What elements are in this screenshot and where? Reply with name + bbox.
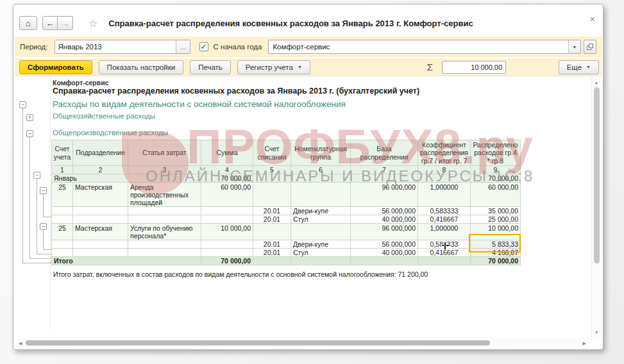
generate-button[interactable]: Сформировать xyxy=(19,60,92,74)
selected-cell[interactable]: 4 166,67 xyxy=(471,249,521,257)
table-cell[interactable]: 25 000,00 xyxy=(471,215,521,224)
table-cell[interactable] xyxy=(73,207,128,215)
table-cell[interactable]: 20.01 xyxy=(253,249,291,257)
selected-cell[interactable]: 5 833,33 xyxy=(471,240,521,249)
table-cell[interactable]: 25 xyxy=(52,183,73,207)
table-cell[interactable]: 0,416667 xyxy=(418,215,471,224)
table-cell[interactable] xyxy=(201,240,253,249)
table-cell[interactable] xyxy=(73,249,128,257)
table-cell[interactable]: 56 000,000 xyxy=(351,240,418,249)
vertical-scrollbar[interactable]: ▲ ▼ xyxy=(591,78,601,337)
table-cell[interactable]: 60 000,00 xyxy=(471,183,521,207)
table-cell[interactable]: Стул xyxy=(291,215,351,224)
table-cell[interactable]: 70 000,00 xyxy=(201,174,253,183)
column-header: Номенклатурная группа xyxy=(291,140,351,166)
table-cell[interactable]: 70 000,00 xyxy=(471,257,521,265)
home-button[interactable]: ⌂ xyxy=(19,16,37,30)
table-cell[interactable]: Двери-купе xyxy=(291,207,351,215)
scroll-down-icon[interactable]: ▼ xyxy=(594,327,599,337)
organization-select[interactable]: Комфорт-сервис ▼ xyxy=(268,40,581,54)
vertical-scroll-thumb[interactable] xyxy=(594,87,600,263)
table-cell[interactable]: 56 000,000 xyxy=(351,207,418,215)
chevron-down-icon: ▼ xyxy=(586,65,591,69)
table-cell[interactable]: 10 000,00 xyxy=(201,224,253,240)
table-cell[interactable]: 35 000,00 xyxy=(471,207,521,215)
scroll-right-icon[interactable]: ▶ xyxy=(580,341,589,345)
horizontal-scroll-thumb[interactable] xyxy=(26,340,489,345)
tree-collapse-button[interactable]: − xyxy=(26,130,33,137)
sum-input[interactable]: 10 000,00 xyxy=(442,61,506,74)
table-cell[interactable] xyxy=(52,249,73,257)
table-cell[interactable]: 96 000,000 xyxy=(351,224,418,240)
table-cell[interactable]: Стул xyxy=(291,249,351,257)
year-start-checkbox[interactable]: ✓ xyxy=(199,42,208,51)
tree-collapse-button[interactable]: − xyxy=(19,101,26,108)
table-cell[interactable] xyxy=(128,240,201,249)
scroll-up-icon[interactable]: ▲ xyxy=(594,78,599,87)
table-cell[interactable] xyxy=(73,240,128,249)
table-cell[interactable]: Мастерская xyxy=(73,224,128,240)
tree-collapse-button[interactable]: − xyxy=(33,172,40,179)
more-button[interactable]: Еще ▼ xyxy=(559,60,599,74)
tree-collapse-button[interactable]: − xyxy=(40,187,47,194)
table-cell[interactable] xyxy=(52,207,73,215)
back-button[interactable]: ← xyxy=(42,16,58,30)
table-cell[interactable] xyxy=(291,183,351,207)
tree-collapse-button[interactable]: − xyxy=(40,223,47,230)
table-cell[interactable] xyxy=(253,224,291,240)
table-cell[interactable] xyxy=(253,257,291,265)
period-input[interactable]: Январь 2013 ... xyxy=(55,40,190,54)
table-cell[interactable]: 70 000,00 xyxy=(201,257,253,265)
table-cell[interactable] xyxy=(201,215,253,224)
table-cell[interactable] xyxy=(201,249,253,257)
table-cell[interactable] xyxy=(291,224,351,240)
organization-dropdown-button[interactable]: ▼ xyxy=(568,40,580,53)
table-cell[interactable]: 60 000,00 xyxy=(201,183,253,207)
table-cell[interactable] xyxy=(128,249,201,257)
table-cell[interactable]: 70 000,00 xyxy=(471,174,521,183)
table-cell[interactable]: 10 000,00 xyxy=(471,224,521,240)
close-button[interactable]: × xyxy=(590,15,595,24)
table-cell[interactable]: Аренда производственных площадей xyxy=(128,183,201,207)
table-cell[interactable] xyxy=(128,207,201,215)
table-cell[interactable]: 0,583333 xyxy=(418,207,471,215)
table-cell[interactable]: 1,000000 xyxy=(418,224,471,240)
favorite-star-icon[interactable]: ☆ xyxy=(89,17,97,29)
scroll-left-icon[interactable]: ◀ xyxy=(16,341,24,345)
organization-choose-button[interactable] xyxy=(584,40,596,54)
tree-expand-button[interactable]: + xyxy=(26,114,33,121)
table-cell[interactable]: 1,000000 xyxy=(418,183,471,207)
table-cell[interactable] xyxy=(128,215,201,224)
table-cell[interactable] xyxy=(52,240,73,249)
table-cell[interactable]: Двери-купе xyxy=(291,240,351,249)
register-button[interactable]: Регистр учета ▼ xyxy=(237,60,310,74)
table-cell[interactable]: 20.01 xyxy=(253,215,291,224)
table-cell[interactable] xyxy=(291,257,351,265)
print-button[interactable]: Печать xyxy=(190,60,231,74)
table-cell[interactable]: 40 000,000 xyxy=(351,215,418,224)
table-cell[interactable] xyxy=(351,257,418,265)
table-cell[interactable] xyxy=(291,174,351,183)
table-cell[interactable] xyxy=(52,215,73,224)
table-cell[interactable] xyxy=(253,174,291,183)
table-cell[interactable]: Январь xyxy=(52,174,201,183)
table-cell[interactable]: 25 xyxy=(52,224,73,240)
table-cell[interactable] xyxy=(351,174,418,183)
horizontal-scrollbar[interactable]: ◀ ▶ xyxy=(16,338,589,347)
table-cell[interactable]: Мастерская xyxy=(73,183,128,207)
table-cell[interactable]: Услуги по обучению персонала* xyxy=(128,224,201,240)
table-cell[interactable]: 20.01 xyxy=(253,207,291,215)
forward-button[interactable]: → xyxy=(58,16,73,30)
table-cell[interactable]: Итого xyxy=(52,257,201,265)
show-settings-button[interactable]: Показать настройки xyxy=(99,60,184,74)
table-cell[interactable]: 96 000,000 xyxy=(351,183,418,207)
table-cell[interactable]: 40 000,000 xyxy=(351,249,418,257)
table-cell[interactable] xyxy=(253,183,291,207)
table-cell[interactable] xyxy=(418,174,471,183)
column-number-row: 1 2 3 4 5 6 7 8 9 xyxy=(52,166,521,174)
table-cell[interactable] xyxy=(73,215,128,224)
period-ellipsis-button[interactable]: ... xyxy=(176,40,190,53)
table-cell[interactable]: 20.01 xyxy=(253,240,291,249)
table-cell[interactable] xyxy=(201,207,253,215)
table-cell[interactable] xyxy=(418,257,471,265)
